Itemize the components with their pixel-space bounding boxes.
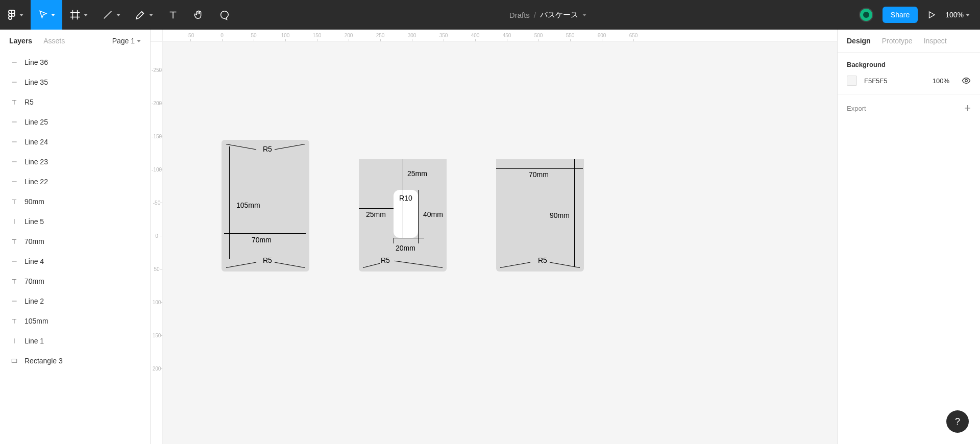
layer-row[interactable]: 70mm bbox=[0, 271, 150, 291]
layer-row[interactable]: 70mm bbox=[0, 231, 150, 251]
frame-tool-button[interactable] bbox=[62, 0, 95, 30]
help-button[interactable]: ? bbox=[946, 410, 969, 433]
visibility-icon[interactable] bbox=[962, 76, 971, 85]
radius-label: R5 bbox=[379, 256, 392, 264]
export-section: Export + bbox=[838, 94, 980, 122]
dim-label: 40mm bbox=[421, 210, 445, 218]
dim-label: 70mm bbox=[527, 170, 551, 179]
dim-line bbox=[394, 238, 424, 238]
radius-label: R5 bbox=[536, 256, 549, 264]
layer-row[interactable]: Line 2 bbox=[0, 291, 150, 311]
canvas[interactable]: 105mm 70mm R5 R5 25mm R10 25mm 40mm 20mm bbox=[163, 42, 837, 444]
zoom-value: 100% bbox=[945, 11, 964, 19]
tab-inspect[interactable]: Inspect bbox=[924, 37, 947, 45]
layer-type-icon bbox=[9, 98, 19, 106]
chevron-down-icon bbox=[582, 14, 586, 16]
layer-row[interactable]: Line 24 bbox=[0, 132, 150, 152]
layer-name: Line 35 bbox=[24, 78, 48, 86]
export-title: Export bbox=[847, 105, 866, 112]
figma-logo-icon bbox=[7, 9, 16, 21]
ruler-corner bbox=[151, 30, 163, 42]
dim-line bbox=[394, 238, 394, 243]
layer-name: Line 1 bbox=[24, 337, 44, 345]
layer-name: Line 2 bbox=[24, 297, 44, 305]
chevron-down-icon bbox=[116, 14, 120, 16]
tab-assets[interactable]: Assets bbox=[43, 37, 65, 45]
chevron-down-icon bbox=[84, 14, 88, 16]
layer-row[interactable]: 90mm bbox=[0, 191, 150, 211]
layer-name: R5 bbox=[24, 98, 34, 106]
layer-row[interactable]: Line 4 bbox=[0, 251, 150, 271]
layer-row[interactable]: Line 1 bbox=[0, 331, 150, 351]
main-menu-button[interactable] bbox=[0, 0, 31, 30]
layer-row[interactable]: Line 25 bbox=[0, 112, 150, 132]
dim-line bbox=[224, 233, 306, 234]
layer-row[interactable]: 105mm bbox=[0, 311, 150, 331]
ruler-tick: 450 bbox=[497, 33, 517, 38]
layer-name: 70mm bbox=[24, 237, 44, 245]
dim-label: 25mm bbox=[405, 169, 429, 178]
pen-tool-button[interactable] bbox=[128, 0, 160, 30]
layer-row[interactable]: R5 bbox=[0, 92, 150, 112]
file-breadcrumb[interactable]: Drafts / パスケース bbox=[237, 10, 859, 20]
present-button[interactable] bbox=[927, 0, 936, 30]
layer-type-icon bbox=[9, 357, 19, 364]
file-name: パスケース bbox=[540, 10, 578, 20]
ruler-tick: -50 bbox=[180, 33, 201, 38]
breadcrumb-root: Drafts bbox=[509, 11, 530, 19]
ruler-tick: 650 bbox=[623, 33, 644, 38]
move-tool-button[interactable] bbox=[31, 0, 62, 30]
dim-line bbox=[496, 168, 583, 169]
layer-name: Line 23 bbox=[24, 158, 48, 166]
layer-row[interactable]: Line 5 bbox=[0, 211, 150, 231]
chevron-down-icon bbox=[137, 40, 141, 42]
layer-type-icon bbox=[9, 138, 19, 145]
layer-row[interactable]: Line 35 bbox=[0, 72, 150, 92]
layer-name: 105mm bbox=[24, 317, 48, 325]
layer-name: Line 24 bbox=[24, 138, 48, 146]
breadcrumb-separator: / bbox=[534, 11, 536, 19]
layer-type-icon bbox=[9, 79, 19, 86]
add-export-button[interactable]: + bbox=[964, 103, 971, 114]
share-button[interactable]: Share bbox=[883, 7, 918, 23]
layer-row[interactable]: Line 22 bbox=[0, 171, 150, 191]
background-hex[interactable]: F5F5F5 bbox=[864, 77, 888, 85]
tab-layers[interactable]: Layers bbox=[9, 37, 32, 45]
chevron-down-icon bbox=[149, 14, 153, 16]
layer-type-icon bbox=[9, 118, 19, 126]
dim-label: 105mm bbox=[234, 201, 262, 209]
vertical-ruler: -250-200-150-100-50050100150200 bbox=[151, 42, 163, 444]
tab-prototype[interactable]: Prototype bbox=[882, 37, 913, 45]
layer-row[interactable]: Line 36 bbox=[0, 52, 150, 72]
zoom-dropdown[interactable]: 100% bbox=[945, 11, 970, 19]
layer-row[interactable]: Rectangle 3 bbox=[0, 351, 150, 371]
layer-row[interactable]: Line 23 bbox=[0, 152, 150, 171]
hand-tool-button[interactable] bbox=[186, 0, 211, 30]
text-tool-button[interactable] bbox=[160, 0, 186, 30]
layer-name: Line 4 bbox=[24, 257, 44, 265]
left-panel: Layers Assets Page 1 Line 36Line 35R5Lin… bbox=[0, 30, 151, 444]
layers-list: Line 36Line 35R5Line 25Line 24Line 23Lin… bbox=[0, 52, 150, 444]
ruler-tick: 150 bbox=[307, 33, 327, 38]
comment-tool-button[interactable] bbox=[211, 0, 237, 30]
background-opacity[interactable]: 100% bbox=[933, 77, 949, 85]
layer-type-icon bbox=[9, 178, 19, 185]
avatar[interactable] bbox=[859, 8, 873, 22]
page-selector[interactable]: Page 1 bbox=[112, 37, 141, 45]
ruler-tick: 400 bbox=[465, 33, 485, 38]
cursor-icon bbox=[38, 10, 48, 20]
page-label: Page 1 bbox=[112, 37, 135, 45]
text-icon bbox=[167, 9, 179, 20]
tab-design[interactable]: Design bbox=[847, 37, 871, 45]
background-section: Background F5F5F5 100% bbox=[838, 53, 980, 94]
shape-tool-button[interactable] bbox=[95, 0, 128, 30]
radius-label: R5 bbox=[261, 256, 274, 264]
dim-line bbox=[418, 190, 419, 238]
frame-icon bbox=[69, 9, 81, 20]
canvas-area[interactable]: -500501001502002503003504004505005506006… bbox=[151, 30, 837, 444]
ruler-tick: 350 bbox=[433, 33, 454, 38]
dim-label: 25mm bbox=[364, 210, 388, 218]
background-swatch[interactable] bbox=[847, 76, 857, 86]
radius-label: R5 bbox=[261, 145, 274, 153]
chevron-down-icon bbox=[51, 14, 55, 16]
